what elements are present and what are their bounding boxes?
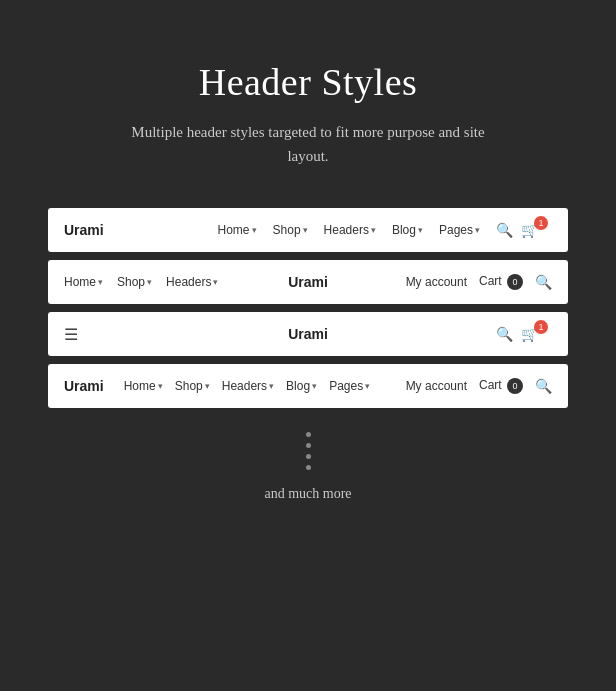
chevron-icon: ▾ xyxy=(303,225,308,235)
logo-4: Urami xyxy=(64,378,104,394)
cart-link-2[interactable]: Cart 0 xyxy=(479,274,523,290)
search-icon-4[interactable]: 🔍 xyxy=(535,378,552,394)
dots-section xyxy=(306,432,311,470)
nav-pages-4[interactable]: Pages ▾ xyxy=(329,379,370,393)
cart-badge: 1 xyxy=(534,216,548,230)
nav-blog-1[interactable]: Blog ▾ xyxy=(392,223,423,237)
chevron-icon: ▾ xyxy=(213,277,218,287)
right-nav-2: My account Cart 0 🔍 xyxy=(406,274,552,290)
my-account-link-2[interactable]: My account xyxy=(406,275,467,289)
chevron-icon: ▾ xyxy=(269,381,274,391)
nav-headers-1[interactable]: Headers ▾ xyxy=(324,223,376,237)
search-icon-2[interactable]: 🔍 xyxy=(535,274,552,290)
my-account-link-4[interactable]: My account xyxy=(406,379,467,393)
chevron-icon: ▾ xyxy=(252,225,257,235)
cart-wrapper-3: 🛒 1 xyxy=(521,326,552,342)
left-nav-2: Home ▾ Shop ▾ Headers ▾ xyxy=(64,275,218,289)
cart-link-4[interactable]: Cart 0 xyxy=(479,378,523,394)
dot-2 xyxy=(306,443,311,448)
headers-container: Urami Home ▾ Shop ▾ Headers ▾ Blog ▾ Pag… xyxy=(48,208,568,408)
nav-1: Home ▾ Shop ▾ Headers ▾ Blog ▾ Pages ▾ xyxy=(218,223,480,237)
header-style-3: ☰ Urami 🔍 🛒 1 xyxy=(48,312,568,356)
hero-section: Header Styles Multiple header styles tar… xyxy=(118,60,498,168)
nav-shop-2[interactable]: Shop ▾ xyxy=(117,275,152,289)
nav-headers-2[interactable]: Headers ▾ xyxy=(166,275,218,289)
cart-count-2: 0 xyxy=(507,274,523,290)
search-icon[interactable]: 🔍 xyxy=(496,222,513,238)
cart-badge-3: 1 xyxy=(534,320,548,334)
nav-blog-4[interactable]: Blog ▾ xyxy=(286,379,317,393)
chevron-icon: ▾ xyxy=(418,225,423,235)
nav-home-1[interactable]: Home ▾ xyxy=(218,223,257,237)
right-nav-4: My account Cart 0 🔍 xyxy=(406,378,552,394)
dot-1 xyxy=(306,432,311,437)
logo-3: Urami xyxy=(288,326,328,342)
chevron-icon: ▾ xyxy=(158,381,163,391)
page-subtitle: Multiple header styles targeted to fit m… xyxy=(118,120,498,168)
logo-1: Urami xyxy=(64,222,104,238)
header-icons-1: 🔍 🛒 1 xyxy=(496,222,552,238)
cart-wrapper: 🛒 1 xyxy=(521,222,552,238)
search-icon-3[interactable]: 🔍 xyxy=(496,326,513,342)
dot-3 xyxy=(306,454,311,459)
header-icons-3: 🔍 🛒 1 xyxy=(496,326,552,342)
header-style-4: Urami Home ▾ Shop ▾ Headers ▾ Blog ▾ Pag… xyxy=(48,364,568,408)
chevron-icon: ▾ xyxy=(475,225,480,235)
chevron-icon: ▾ xyxy=(371,225,376,235)
footer-text: and much more xyxy=(264,486,351,502)
nav-headers-4[interactable]: Headers ▾ xyxy=(222,379,274,393)
header-style-1: Urami Home ▾ Shop ▾ Headers ▾ Blog ▾ Pag… xyxy=(48,208,568,252)
page-title: Header Styles xyxy=(118,60,498,104)
chevron-icon: ▾ xyxy=(98,277,103,287)
nav-shop-1[interactable]: Shop ▾ xyxy=(273,223,308,237)
header-style-2: Home ▾ Shop ▾ Headers ▾ Urami My account… xyxy=(48,260,568,304)
nav-4: Home ▾ Shop ▾ Headers ▾ Blog ▾ Pages ▾ xyxy=(124,379,370,393)
nav-home-2[interactable]: Home ▾ xyxy=(64,275,103,289)
nav-shop-4[interactable]: Shop ▾ xyxy=(175,379,210,393)
cart-count-4: 0 xyxy=(507,378,523,394)
logo-2: Urami xyxy=(288,274,328,290)
hamburger-icon[interactable]: ☰ xyxy=(64,325,78,344)
chevron-icon: ▾ xyxy=(205,381,210,391)
chevron-icon: ▾ xyxy=(312,381,317,391)
nav-pages-1[interactable]: Pages ▾ xyxy=(439,223,480,237)
chevron-icon: ▾ xyxy=(147,277,152,287)
page-wrapper: Header Styles Multiple header styles tar… xyxy=(0,0,616,542)
chevron-icon: ▾ xyxy=(365,381,370,391)
dot-4 xyxy=(306,465,311,470)
nav-home-4[interactable]: Home ▾ xyxy=(124,379,163,393)
